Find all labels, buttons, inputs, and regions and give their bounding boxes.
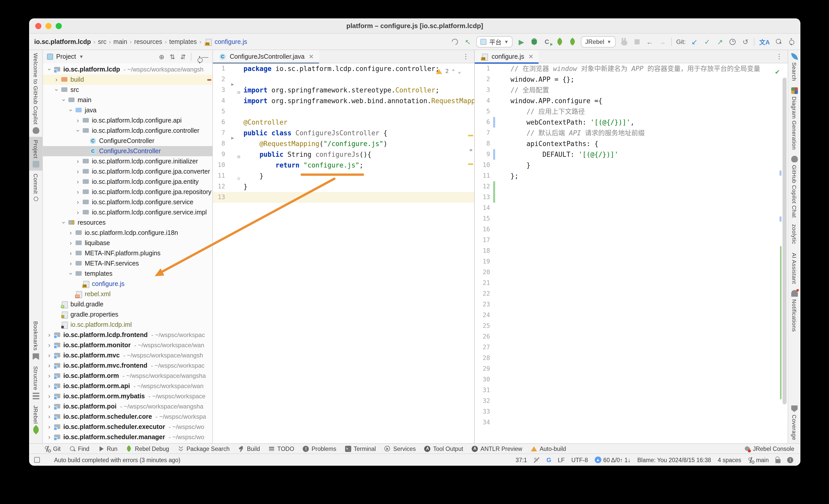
tree-row[interactable]: ›main <box>43 95 212 105</box>
tree-chevron-icon[interactable]: › <box>75 179 81 185</box>
prev-problem-icon[interactable]: ⌃ <box>452 66 455 77</box>
tree-row[interactable]: ›io.sc.platform.lcdp.configure.api <box>43 115 212 125</box>
fold-marker-icon[interactable]: ⊟ <box>238 87 240 98</box>
tree-row[interactable]: ›io.sc.platform.lcdp.configure.jpa.entit… <box>43 177 212 187</box>
stripe-item-diagram-generation[interactable]: Diagram Generation <box>791 84 798 153</box>
inspections-ok-icon[interactable]: ✔ <box>775 66 780 77</box>
run-with-coverage-button[interactable]: C <box>543 37 551 46</box>
tree-row[interactable]: ›io.sc.platform.mvc.frontend- ~/wspsc/wo… <box>43 361 212 371</box>
toolwindow-button-build[interactable]: Build <box>238 445 260 452</box>
code-line[interactable]: 5 <box>213 106 474 117</box>
code-line[interactable]: 24 <box>475 310 788 321</box>
forward-icon[interactable]: → <box>658 37 666 46</box>
breadcrumb-item[interactable]: resources <box>134 38 162 45</box>
toolwindow-button-git[interactable]: Git <box>44 445 61 452</box>
debug-button[interactable] <box>530 37 538 46</box>
code-line[interactable]: 13 <box>475 192 788 203</box>
tree-row[interactable]: ›io.sc.platform.orm.api- ~/wspsc/workspa… <box>43 381 212 391</box>
sync-icon[interactable] <box>451 37 459 46</box>
stripe-item-ai-assistant[interactable]: AI Assistant <box>791 247 797 287</box>
tree-row[interactable]: ›io.sc.platform.lcdp.configure.service <box>43 197 212 207</box>
tree-row[interactable]: ›io.sc.platform.lcdp.configure.jpa.repos… <box>43 187 212 197</box>
code-line[interactable]: 10 } <box>475 160 788 171</box>
scrollbar[interactable] <box>783 78 787 404</box>
readonly-pen-icon[interactable] <box>534 457 540 463</box>
code-line[interactable]: 33 <box>475 406 788 417</box>
breadcrumb-file[interactable]: configure.js <box>215 38 247 45</box>
git-branch-widget[interactable]: main <box>748 457 769 463</box>
code-line[interactable]: 11 } <box>213 171 474 181</box>
search-everywhere-icon[interactable] <box>774 37 783 46</box>
tree-chevron-icon[interactable]: › <box>53 87 60 93</box>
more-options-icon[interactable]: ⋮ <box>457 52 474 60</box>
checkout-arrow-icon[interactable]: ↖ <box>464 37 472 46</box>
code-line[interactable]: 32 <box>475 396 788 406</box>
tree-chevron-icon[interactable]: › <box>53 77 60 83</box>
tree-row[interactable]: ›io.sc.platform.lcdp.configure.service.i… <box>43 207 212 218</box>
gutter-triangle-icon[interactable]: ▶ <box>231 133 234 143</box>
code-line[interactable]: 2 <box>213 74 474 85</box>
tree-row[interactable]: ›io.sc.platform.poi- ~/wspsc/workspace/w… <box>43 401 212 411</box>
hide-panel-icon[interactable]: — <box>202 53 208 61</box>
line-separator[interactable]: LF <box>558 457 565 463</box>
code-line[interactable]: 17 <box>475 235 788 246</box>
code-line[interactable]: 21 <box>475 278 788 289</box>
collapse-all-icon[interactable]: ⇵ <box>180 53 186 61</box>
git-blame[interactable]: Blame: You 2024/8/15 16:38 <box>637 457 711 463</box>
tree-chevron-icon[interactable]: › <box>75 209 81 215</box>
tree-chevron-icon[interactable]: › <box>67 250 74 256</box>
stripe-item-search[interactable]: Search <box>791 50 798 84</box>
breadcrumb-item[interactable]: main <box>113 38 127 45</box>
stripe-item-notifications[interactable]: Notifications <box>791 287 798 335</box>
tree-row[interactable]: ›io.sc.platform.lcdp.configure.i18n <box>43 228 212 238</box>
fold-marker-icon[interactable]: ⊟ <box>238 152 240 163</box>
toolwindow-button-antlr-preview[interactable]: ANTLR Preview <box>472 445 522 452</box>
tree-row[interactable]: configure.js <box>43 279 212 289</box>
toolwindow-button-run[interactable]: Run <box>98 445 117 452</box>
tree-chevron-icon[interactable]: › <box>67 107 74 113</box>
unlocked-icon[interactable] <box>776 459 781 463</box>
code-line[interactable]: 1package io.sc.platform.lcdp.configure.c… <box>213 63 474 74</box>
jrebel-run-button[interactable] <box>556 37 564 46</box>
code-stats[interactable]: ▲ 60 Δ/0↑ 1↓ <box>595 457 631 463</box>
back-icon[interactable]: ← <box>646 37 654 46</box>
tree-row[interactable]: io.sc.platform.lcdp.iml <box>43 320 212 330</box>
toolwindow-button-tool-output[interactable]: Tool Output <box>425 445 463 452</box>
tree-row[interactable]: ›io.sc.platform.scheduler.executor- ~/ws… <box>43 422 212 432</box>
toolwindow-button-find[interactable]: Find <box>69 445 89 452</box>
toolwindow-button-rebel-debug[interactable]: Rebel Debug <box>126 445 169 452</box>
code-line[interactable]: 9 DEFAULT: '[(@{/})]' <box>475 149 788 160</box>
tree-row[interactable]: ›build <box>43 75 212 85</box>
tree-row[interactable]: ›io.sc.platform.scheduler.manager.fronte… <box>43 442 212 443</box>
code-line[interactable]: 9 public String configureJs(){ <box>213 149 474 160</box>
code-line[interactable]: 2window.APP = {}; <box>475 74 788 85</box>
tree-chevron-icon[interactable]: › <box>46 373 52 379</box>
breadcrumb-item[interactable]: templates <box>169 38 197 45</box>
code-line[interactable]: 19 <box>475 256 788 267</box>
code-line[interactable]: 22 <box>475 289 788 299</box>
code-line[interactable]: 18 <box>475 246 788 256</box>
tree-row[interactable]: rebel.xml <box>43 289 212 299</box>
tree-chevron-icon[interactable]: › <box>67 260 74 266</box>
stripe-item-bookmarks[interactable]: Bookmarks <box>32 318 39 363</box>
chevron-down-icon[interactable]: ▼ <box>79 54 84 59</box>
code-line[interactable]: 1// 在浏览器 window 对象中新建名为 APP 的容器变量，用于存放平台… <box>475 63 788 74</box>
stripe-item-jrebel[interactable]: JRebel <box>32 402 39 436</box>
tree-row[interactable]: ›liquibase <box>43 238 212 248</box>
locate-file-icon[interactable]: ⊕ <box>159 53 165 61</box>
tree-chevron-icon[interactable]: › <box>46 434 52 440</box>
tree-row[interactable]: ›templates <box>43 268 212 279</box>
rollback-icon[interactable]: ↺ <box>742 37 750 46</box>
tree-chevron-icon[interactable]: › <box>46 332 52 338</box>
file-encoding[interactable]: UTF-8 <box>571 457 588 463</box>
toolwindow-button-auto-build[interactable]: Auto-build <box>531 445 566 452</box>
tree-row[interactable]: ›META-INF.platform.plugins <box>43 248 212 258</box>
tree-row[interactable]: build.gradle <box>43 299 212 310</box>
google-icon[interactable]: G <box>546 456 551 463</box>
code-line[interactable]: 29 <box>475 364 788 374</box>
settings-gear-icon[interactable] <box>787 37 795 46</box>
tree-row[interactable]: ConfigureJsController <box>43 146 212 156</box>
inspection-widget[interactable]: 2 ⌃ ⌄ <box>436 66 461 77</box>
code-line[interactable]: 7public class ConfigureJsController { <box>213 128 474 138</box>
tree-chevron-icon[interactable]: › <box>75 199 81 205</box>
